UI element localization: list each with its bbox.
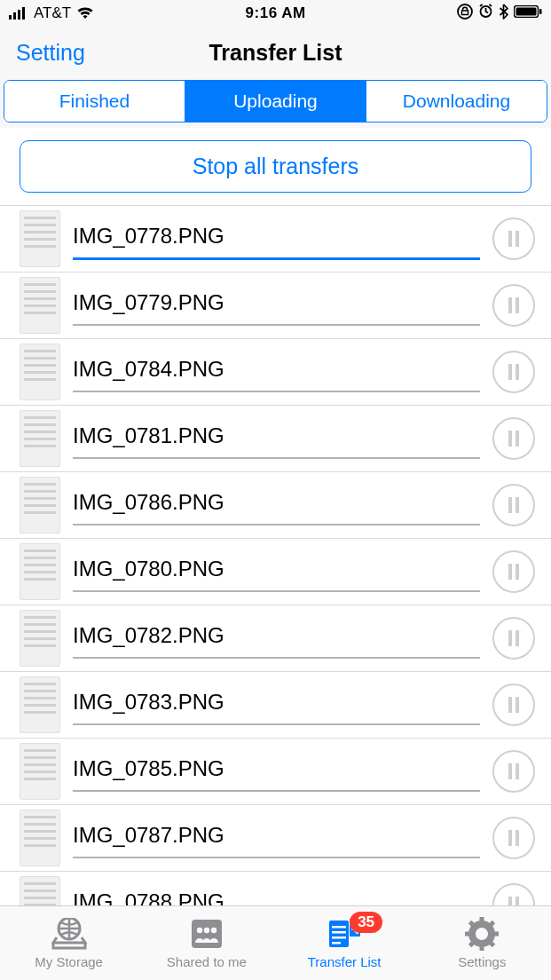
svg-rect-38 bbox=[332, 931, 346, 934]
progress-bar bbox=[73, 324, 480, 326]
transfer-row[interactable]: IMG_0784.PNG bbox=[0, 339, 551, 406]
file-name: IMG_0784.PNG bbox=[73, 357, 480, 382]
file-thumbnail bbox=[20, 477, 60, 533]
svg-point-4 bbox=[458, 4, 472, 19]
pause-button[interactable] bbox=[492, 351, 535, 393]
progress-bar bbox=[73, 857, 480, 858]
globe-box-icon bbox=[51, 917, 87, 951]
file-name: IMG_0783.PNG bbox=[73, 690, 480, 715]
svg-rect-10 bbox=[516, 231, 519, 247]
file-info: IMG_0779.PNG bbox=[73, 273, 480, 338]
file-thumbnail bbox=[20, 743, 60, 800]
stop-all-button[interactable]: Stop all transfers bbox=[20, 140, 531, 193]
tab-downloading[interactable]: Downloading bbox=[366, 81, 547, 122]
pause-button[interactable] bbox=[492, 750, 535, 793]
svg-rect-12 bbox=[516, 297, 519, 313]
file-info: IMG_0780.PNG bbox=[73, 539, 480, 605]
pause-button[interactable] bbox=[492, 484, 535, 526]
svg-rect-9 bbox=[508, 231, 512, 247]
transfer-badge: 35 bbox=[350, 912, 382, 933]
tab-label: My Storage bbox=[35, 954, 103, 969]
shared-icon bbox=[189, 917, 224, 951]
file-thumbnail bbox=[20, 277, 60, 334]
transfer-row[interactable]: IMG_0782.PNG bbox=[0, 605, 551, 672]
svg-rect-15 bbox=[508, 431, 512, 447]
transfer-row[interactable]: IMG_0788.PNG bbox=[0, 872, 551, 905]
pause-button[interactable] bbox=[492, 617, 535, 660]
file-info: IMG_0788.PNG bbox=[73, 872, 480, 905]
file-name: IMG_0781.PNG bbox=[73, 423, 480, 448]
svg-point-33 bbox=[197, 928, 202, 933]
tab-settings[interactable]: Settings bbox=[413, 906, 551, 980]
nav-back-button[interactable]: Setting bbox=[16, 40, 85, 66]
progress-bar bbox=[73, 657, 480, 659]
transfer-list[interactable]: IMG_0778.PNGIMG_0779.PNGIMG_0784.PNGIMG_… bbox=[0, 206, 551, 905]
transfer-row[interactable]: IMG_0785.PNG bbox=[0, 739, 551, 805]
file-info: IMG_0784.PNG bbox=[73, 339, 480, 405]
pause-button[interactable] bbox=[492, 217, 535, 260]
file-thumbnail bbox=[20, 210, 60, 267]
file-thumbnail bbox=[20, 810, 60, 866]
progress-bar bbox=[73, 391, 480, 392]
svg-rect-30 bbox=[516, 897, 519, 905]
svg-rect-25 bbox=[508, 763, 512, 779]
svg-rect-14 bbox=[516, 364, 519, 380]
battery-icon bbox=[514, 4, 542, 22]
svg-rect-27 bbox=[508, 830, 512, 846]
transfer-row[interactable]: IMG_0787.PNG bbox=[0, 805, 551, 872]
pause-button[interactable] bbox=[492, 817, 535, 859]
file-name: IMG_0787.PNG bbox=[73, 823, 480, 848]
page-title: Transfer List bbox=[209, 40, 342, 66]
pause-button[interactable] bbox=[492, 417, 535, 460]
tab-my-storage[interactable]: My Storage bbox=[0, 906, 138, 980]
svg-point-34 bbox=[204, 928, 209, 933]
pause-button[interactable] bbox=[492, 550, 535, 593]
nav-bar: Setting Transfer List bbox=[0, 27, 551, 78]
status-right bbox=[457, 4, 542, 24]
svg-rect-26 bbox=[516, 763, 519, 779]
file-thumbnail bbox=[20, 610, 60, 667]
transfer-row[interactable]: IMG_0786.PNG bbox=[0, 472, 551, 539]
tab-label: Settings bbox=[458, 954, 506, 969]
svg-rect-42 bbox=[480, 944, 484, 951]
pause-button[interactable] bbox=[492, 284, 535, 327]
tab-label: Transfer List bbox=[308, 954, 382, 969]
file-name: IMG_0779.PNG bbox=[73, 290, 480, 315]
status-left: AT&T bbox=[9, 4, 94, 22]
file-info: IMG_0783.PNG bbox=[73, 672, 480, 738]
tab-finished[interactable]: Finished bbox=[4, 81, 185, 122]
progress-bar bbox=[73, 590, 480, 592]
transfer-row[interactable]: IMG_0783.PNG bbox=[0, 672, 551, 739]
pause-button[interactable] bbox=[492, 883, 535, 905]
alarm-icon bbox=[478, 4, 493, 23]
file-thumbnail bbox=[20, 876, 60, 905]
gear-icon bbox=[464, 917, 500, 951]
svg-rect-1 bbox=[13, 12, 16, 20]
file-info: IMG_0782.PNG bbox=[73, 605, 480, 671]
tab-uploading[interactable]: Uploading bbox=[185, 81, 366, 122]
svg-rect-19 bbox=[508, 564, 512, 580]
orientation-lock-icon bbox=[457, 4, 473, 24]
transfer-row[interactable]: IMG_0781.PNG bbox=[0, 406, 551, 472]
pause-button[interactable] bbox=[492, 684, 535, 726]
status-bar: AT&T 9:16 AM bbox=[0, 0, 551, 27]
transfer-row[interactable]: IMG_0779.PNG bbox=[0, 273, 551, 339]
transfer-row[interactable]: IMG_0778.PNG bbox=[0, 206, 551, 273]
tab-transfer-list[interactable]: 35 Transfer List bbox=[276, 906, 413, 980]
svg-rect-44 bbox=[492, 932, 499, 937]
svg-rect-39 bbox=[332, 937, 346, 939]
transfer-row[interactable]: IMG_0780.PNG bbox=[0, 539, 551, 605]
svg-rect-3 bbox=[22, 7, 25, 20]
file-name: IMG_0778.PNG bbox=[73, 224, 480, 249]
file-info: IMG_0785.PNG bbox=[73, 739, 480, 804]
progress-bar bbox=[73, 723, 480, 725]
bluetooth-icon bbox=[499, 4, 508, 24]
segmented-control: Finished Uploading Downloading bbox=[4, 80, 547, 122]
file-thumbnail bbox=[20, 543, 60, 600]
file-name: IMG_0782.PNG bbox=[73, 623, 480, 648]
svg-rect-8 bbox=[539, 9, 542, 14]
svg-rect-24 bbox=[516, 697, 519, 713]
svg-rect-11 bbox=[508, 297, 512, 313]
file-thumbnail bbox=[20, 344, 60, 400]
tab-shared-to-me[interactable]: Shared to me bbox=[138, 906, 275, 980]
